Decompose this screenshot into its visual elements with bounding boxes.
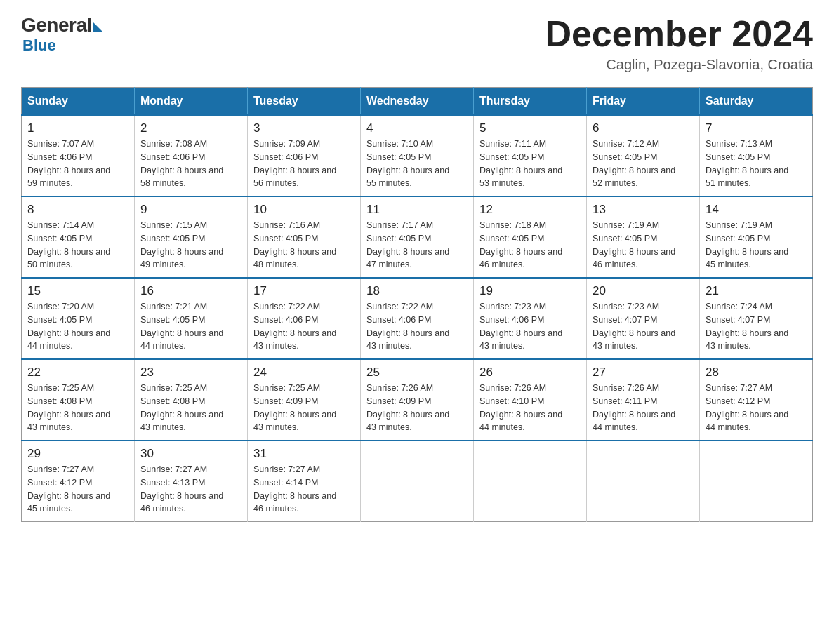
day-info: Sunrise: 7:23 AM Sunset: 4:07 PM Dayligh… xyxy=(593,300,694,353)
day-number: 17 xyxy=(253,284,355,298)
day-number: 8 xyxy=(27,203,128,217)
col-wednesday: Wednesday xyxy=(361,88,474,116)
day-info: Sunrise: 7:14 AM Sunset: 4:05 PM Dayligh… xyxy=(27,219,128,271)
day-info: Sunrise: 7:15 AM Sunset: 4:05 PM Dayligh… xyxy=(140,219,241,271)
day-info: Sunrise: 7:27 AM Sunset: 4:13 PM Dayligh… xyxy=(140,463,241,516)
day-number: 29 xyxy=(27,447,128,461)
table-row: 17 Sunrise: 7:22 AM Sunset: 4:06 PM Dayl… xyxy=(248,278,361,359)
table-row: 15 Sunrise: 7:20 AM Sunset: 4:05 PM Dayl… xyxy=(22,278,135,359)
day-info: Sunrise: 7:18 AM Sunset: 4:05 PM Dayligh… xyxy=(479,219,581,271)
day-info: Sunrise: 7:21 AM Sunset: 4:05 PM Dayligh… xyxy=(140,300,241,353)
day-number: 14 xyxy=(706,203,807,217)
day-number: 31 xyxy=(253,447,355,461)
table-row: 3 Sunrise: 7:09 AM Sunset: 4:06 PM Dayli… xyxy=(248,115,361,196)
day-number: 10 xyxy=(253,203,355,217)
calendar-week-row: 1 Sunrise: 7:07 AM Sunset: 4:06 PM Dayli… xyxy=(22,115,813,196)
day-number: 22 xyxy=(27,365,128,380)
day-info: Sunrise: 7:16 AM Sunset: 4:05 PM Dayligh… xyxy=(253,219,355,271)
day-info: Sunrise: 7:26 AM Sunset: 4:10 PM Dayligh… xyxy=(479,382,581,434)
day-info: Sunrise: 7:19 AM Sunset: 4:05 PM Dayligh… xyxy=(593,219,694,271)
table-row: 7 Sunrise: 7:13 AM Sunset: 4:05 PM Dayli… xyxy=(700,115,813,196)
day-info: Sunrise: 7:27 AM Sunset: 4:14 PM Dayligh… xyxy=(253,463,355,516)
day-info: Sunrise: 7:12 AM Sunset: 4:05 PM Dayligh… xyxy=(593,137,694,190)
table-row: 6 Sunrise: 7:12 AM Sunset: 4:05 PM Dayli… xyxy=(587,115,700,196)
logo-arrow-icon xyxy=(93,22,103,32)
table-row: 12 Sunrise: 7:18 AM Sunset: 4:05 PM Dayl… xyxy=(474,196,587,278)
table-row: 21 Sunrise: 7:24 AM Sunset: 4:07 PM Dayl… xyxy=(700,278,813,359)
table-row: 1 Sunrise: 7:07 AM Sunset: 4:06 PM Dayli… xyxy=(22,115,135,196)
col-sunday: Sunday xyxy=(22,88,135,116)
day-info: Sunrise: 7:25 AM Sunset: 4:08 PM Dayligh… xyxy=(140,382,241,434)
day-number: 4 xyxy=(366,121,468,135)
day-info: Sunrise: 7:27 AM Sunset: 4:12 PM Dayligh… xyxy=(706,382,807,434)
day-number: 24 xyxy=(253,365,355,380)
day-number: 12 xyxy=(479,203,581,217)
day-number: 28 xyxy=(706,365,807,380)
calendar-week-row: 8 Sunrise: 7:14 AM Sunset: 4:05 PM Dayli… xyxy=(22,196,813,278)
col-saturday: Saturday xyxy=(700,88,813,116)
calendar-week-row: 15 Sunrise: 7:20 AM Sunset: 4:05 PM Dayl… xyxy=(22,278,813,359)
calendar-week-row: 22 Sunrise: 7:25 AM Sunset: 4:08 PM Dayl… xyxy=(22,359,813,441)
day-number: 25 xyxy=(366,365,468,380)
table-row: 31 Sunrise: 7:27 AM Sunset: 4:14 PM Dayl… xyxy=(248,441,361,522)
day-info: Sunrise: 7:27 AM Sunset: 4:12 PM Dayligh… xyxy=(27,463,128,516)
day-number: 3 xyxy=(253,121,355,135)
table-row: 22 Sunrise: 7:25 AM Sunset: 4:08 PM Dayl… xyxy=(22,359,135,441)
day-info: Sunrise: 7:26 AM Sunset: 4:11 PM Dayligh… xyxy=(593,382,694,434)
day-number: 23 xyxy=(140,365,241,380)
day-number: 30 xyxy=(140,447,241,461)
calendar-table: Sunday Monday Tuesday Wednesday Thursday… xyxy=(21,87,813,522)
day-number: 16 xyxy=(140,284,241,298)
location-subtitle: Caglin, Pozega-Slavonia, Croatia xyxy=(545,57,813,73)
table-row: 10 Sunrise: 7:16 AM Sunset: 4:05 PM Dayl… xyxy=(248,196,361,278)
calendar-week-row: 29 Sunrise: 7:27 AM Sunset: 4:12 PM Dayl… xyxy=(22,441,813,522)
logo-general-text: General xyxy=(21,14,92,36)
calendar-header-row: Sunday Monday Tuesday Wednesday Thursday… xyxy=(22,88,813,116)
day-number: 13 xyxy=(593,203,694,217)
col-tuesday: Tuesday xyxy=(248,88,361,116)
day-info: Sunrise: 7:19 AM Sunset: 4:05 PM Dayligh… xyxy=(706,219,807,271)
day-info: Sunrise: 7:22 AM Sunset: 4:06 PM Dayligh… xyxy=(366,300,468,353)
table-row xyxy=(361,441,474,522)
day-number: 9 xyxy=(140,203,241,217)
day-info: Sunrise: 7:08 AM Sunset: 4:06 PM Dayligh… xyxy=(140,137,241,190)
day-number: 6 xyxy=(593,121,694,135)
col-monday: Monday xyxy=(135,88,248,116)
table-row: 28 Sunrise: 7:27 AM Sunset: 4:12 PM Dayl… xyxy=(700,359,813,441)
table-row: 26 Sunrise: 7:26 AM Sunset: 4:10 PM Dayl… xyxy=(474,359,587,441)
day-info: Sunrise: 7:13 AM Sunset: 4:05 PM Dayligh… xyxy=(706,137,807,190)
table-row: 4 Sunrise: 7:10 AM Sunset: 4:05 PM Dayli… xyxy=(361,115,474,196)
day-number: 2 xyxy=(140,121,241,135)
day-info: Sunrise: 7:20 AM Sunset: 4:05 PM Dayligh… xyxy=(27,300,128,353)
table-row: 30 Sunrise: 7:27 AM Sunset: 4:13 PM Dayl… xyxy=(135,441,248,522)
day-info: Sunrise: 7:23 AM Sunset: 4:06 PM Dayligh… xyxy=(479,300,581,353)
day-info: Sunrise: 7:25 AM Sunset: 4:08 PM Dayligh… xyxy=(27,382,128,434)
day-number: 20 xyxy=(593,284,694,298)
table-row: 29 Sunrise: 7:27 AM Sunset: 4:12 PM Dayl… xyxy=(22,441,135,522)
table-row: 23 Sunrise: 7:25 AM Sunset: 4:08 PM Dayl… xyxy=(135,359,248,441)
day-number: 5 xyxy=(479,121,581,135)
day-number: 18 xyxy=(366,284,468,298)
day-number: 19 xyxy=(479,284,581,298)
table-row: 14 Sunrise: 7:19 AM Sunset: 4:05 PM Dayl… xyxy=(700,196,813,278)
table-row: 19 Sunrise: 7:23 AM Sunset: 4:06 PM Dayl… xyxy=(474,278,587,359)
day-info: Sunrise: 7:07 AM Sunset: 4:06 PM Dayligh… xyxy=(27,137,128,190)
table-row: 9 Sunrise: 7:15 AM Sunset: 4:05 PM Dayli… xyxy=(135,196,248,278)
table-row: 11 Sunrise: 7:17 AM Sunset: 4:05 PM Dayl… xyxy=(361,196,474,278)
col-friday: Friday xyxy=(587,88,700,116)
day-info: Sunrise: 7:26 AM Sunset: 4:09 PM Dayligh… xyxy=(366,382,468,434)
day-number: 11 xyxy=(366,203,468,217)
table-row: 24 Sunrise: 7:25 AM Sunset: 4:09 PM Dayl… xyxy=(248,359,361,441)
table-row: 18 Sunrise: 7:22 AM Sunset: 4:06 PM Dayl… xyxy=(361,278,474,359)
day-info: Sunrise: 7:09 AM Sunset: 4:06 PM Dayligh… xyxy=(253,137,355,190)
table-row xyxy=(700,441,813,522)
day-number: 26 xyxy=(479,365,581,380)
day-number: 21 xyxy=(706,284,807,298)
day-info: Sunrise: 7:22 AM Sunset: 4:06 PM Dayligh… xyxy=(253,300,355,353)
table-row: 20 Sunrise: 7:23 AM Sunset: 4:07 PM Dayl… xyxy=(587,278,700,359)
title-section: December 2024 Caglin, Pozega-Slavonia, C… xyxy=(545,14,813,73)
day-number: 7 xyxy=(706,121,807,135)
table-row: 8 Sunrise: 7:14 AM Sunset: 4:05 PM Dayli… xyxy=(22,196,135,278)
page-header: General Blue December 2024 Caglin, Pozeg… xyxy=(21,14,813,73)
table-row xyxy=(474,441,587,522)
